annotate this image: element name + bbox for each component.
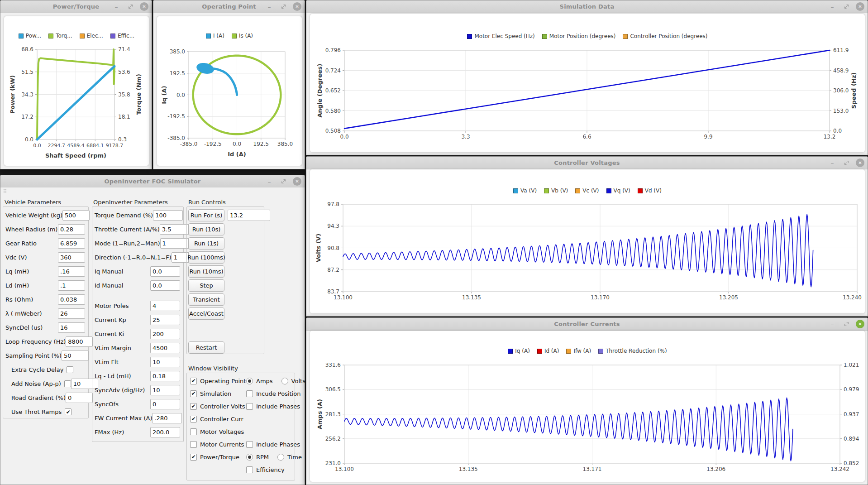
field-input[interactable] bbox=[150, 357, 180, 367]
checkbox[interactable]: ✔ bbox=[190, 416, 197, 423]
minimize-icon[interactable]: – bbox=[265, 177, 274, 186]
field-input[interactable] bbox=[58, 266, 85, 277]
field-input[interactable] bbox=[150, 266, 180, 277]
vehicle-parameter-row: Gear Ratio bbox=[3, 236, 88, 250]
minimize-icon[interactable]: – bbox=[828, 320, 837, 329]
field-input[interactable] bbox=[62, 351, 89, 361]
close-icon[interactable]: ✕ bbox=[293, 2, 301, 11]
field-input[interactable] bbox=[150, 301, 180, 311]
window-title: OpenInverter FOC Simulator bbox=[105, 178, 201, 185]
field-input[interactable] bbox=[150, 399, 180, 409]
radio-button[interactable] bbox=[246, 378, 253, 384]
checkbox[interactable] bbox=[64, 380, 71, 387]
titlebar[interactable]: Controller Voltages – ✕ bbox=[306, 157, 868, 169]
field-label: Extra Cycle Delay bbox=[5, 366, 63, 373]
field-input[interactable] bbox=[58, 308, 85, 319]
checkbox[interactable] bbox=[246, 466, 253, 473]
titlebar[interactable]: Operating Point – ✕ bbox=[153, 0, 305, 13]
run-button[interactable]: Restart bbox=[188, 341, 224, 354]
checkbox[interactable]: ✔ bbox=[190, 378, 197, 384]
svg-text:13.2: 13.2 bbox=[824, 134, 836, 140]
field-input[interactable] bbox=[160, 224, 190, 235]
checkbox[interactable] bbox=[190, 428, 197, 435]
minimize-icon[interactable]: – bbox=[265, 2, 274, 11]
visibility-toggle: ✔Controller Curr bbox=[190, 416, 246, 423]
checkbox-label: Motor Voltages bbox=[200, 428, 244, 435]
checkbox[interactable] bbox=[190, 441, 197, 448]
visibility-toggle: Motor Currents bbox=[190, 441, 246, 448]
field-input[interactable] bbox=[62, 210, 90, 221]
close-icon[interactable]: ✕ bbox=[856, 2, 864, 11]
close-icon[interactable]: ✕ bbox=[856, 158, 864, 167]
run-button[interactable]: Accel/Coast bbox=[188, 307, 224, 320]
svg-text:0.0: 0.0 bbox=[340, 134, 348, 140]
minimize-icon[interactable]: – bbox=[828, 2, 837, 11]
titlebar[interactable]: Simulation Data – ✕ bbox=[306, 0, 868, 13]
close-icon[interactable]: ✕ bbox=[856, 320, 864, 328]
checkbox[interactable]: ✔ bbox=[65, 408, 72, 415]
run-for-seconds-input[interactable] bbox=[228, 210, 270, 221]
checkbox[interactable] bbox=[246, 441, 253, 448]
toolbar-grip-icon[interactable] bbox=[3, 188, 6, 193]
restore-icon[interactable] bbox=[279, 177, 288, 186]
field-label: VLim Margin bbox=[95, 345, 131, 351]
run-control-row: Run (100ms) bbox=[187, 250, 264, 264]
minimize-icon[interactable]: – bbox=[112, 2, 121, 11]
vehicle-parameters-group: Vehicle Weight (kg)Wheel Radius (m)Gear … bbox=[3, 206, 89, 418]
window-title: Operating Point bbox=[202, 3, 256, 10]
field-input[interactable] bbox=[160, 238, 190, 249]
field-input[interactable] bbox=[58, 252, 85, 263]
run-control-row: Run (10ms) bbox=[187, 264, 264, 279]
restore-icon[interactable] bbox=[279, 2, 288, 11]
field-input[interactable] bbox=[58, 322, 85, 333]
checkbox[interactable]: ✔ bbox=[190, 454, 197, 461]
field-input[interactable] bbox=[153, 210, 183, 221]
field-input[interactable] bbox=[58, 294, 85, 305]
close-icon[interactable]: ✕ bbox=[293, 177, 301, 186]
close-icon[interactable]: ✕ bbox=[140, 2, 148, 11]
field-input[interactable] bbox=[66, 336, 93, 347]
field-input[interactable] bbox=[150, 343, 180, 353]
field-input[interactable] bbox=[150, 315, 180, 325]
checkbox[interactable]: ✔ bbox=[190, 390, 197, 397]
run-button[interactable]: Transient bbox=[188, 293, 224, 306]
radio-button[interactable] bbox=[246, 454, 253, 461]
restore-icon[interactable] bbox=[126, 2, 135, 11]
minimize-icon[interactable]: – bbox=[828, 158, 837, 168]
svg-text:94.3: 94.3 bbox=[327, 223, 339, 229]
field-input[interactable] bbox=[150, 427, 180, 437]
field-input[interactable] bbox=[150, 329, 180, 339]
field-input[interactable] bbox=[58, 280, 85, 291]
field-input[interactable] bbox=[150, 371, 180, 381]
checkbox[interactable] bbox=[67, 366, 73, 373]
field-input[interactable] bbox=[150, 280, 180, 291]
field-input[interactable] bbox=[66, 393, 93, 403]
svg-text:192.5: 192.5 bbox=[253, 141, 269, 147]
run-button[interactable]: Step bbox=[188, 279, 224, 292]
restore-icon[interactable] bbox=[842, 158, 851, 168]
restore-icon[interactable] bbox=[842, 2, 851, 11]
checkbox[interactable]: ✔ bbox=[190, 403, 197, 410]
field-input[interactable] bbox=[58, 224, 85, 235]
window-title: Simulation Data bbox=[560, 3, 615, 10]
run-button[interactable]: Run (10ms) bbox=[188, 265, 224, 278]
visibility-options: Efficiency bbox=[246, 466, 285, 473]
checkbox[interactable] bbox=[246, 390, 253, 397]
svg-text:6.6: 6.6 bbox=[582, 134, 591, 140]
radio-button[interactable] bbox=[281, 378, 288, 384]
run-button[interactable]: Run (10s) bbox=[188, 223, 224, 235]
titlebar[interactable]: Controller Currents – ✕ bbox=[306, 318, 868, 331]
field-input[interactable] bbox=[150, 385, 180, 395]
titlebar[interactable]: Power/Torque – ✕ bbox=[0, 0, 152, 13]
window-title: Controller Currents bbox=[554, 321, 620, 327]
checkbox[interactable] bbox=[246, 403, 253, 410]
restore-icon[interactable] bbox=[842, 320, 851, 329]
titlebar[interactable]: OpenInverter FOC Simulator – ✕ bbox=[0, 175, 305, 188]
radio-label: RPM bbox=[256, 454, 269, 461]
run-button[interactable]: Run (100ms) bbox=[188, 251, 224, 264]
radio-button[interactable] bbox=[277, 454, 284, 461]
field-input[interactable] bbox=[152, 413, 182, 423]
run-button[interactable]: Run (1s) bbox=[188, 237, 224, 250]
run-button[interactable]: Run For (s) bbox=[188, 209, 224, 221]
field-input[interactable] bbox=[58, 238, 85, 249]
